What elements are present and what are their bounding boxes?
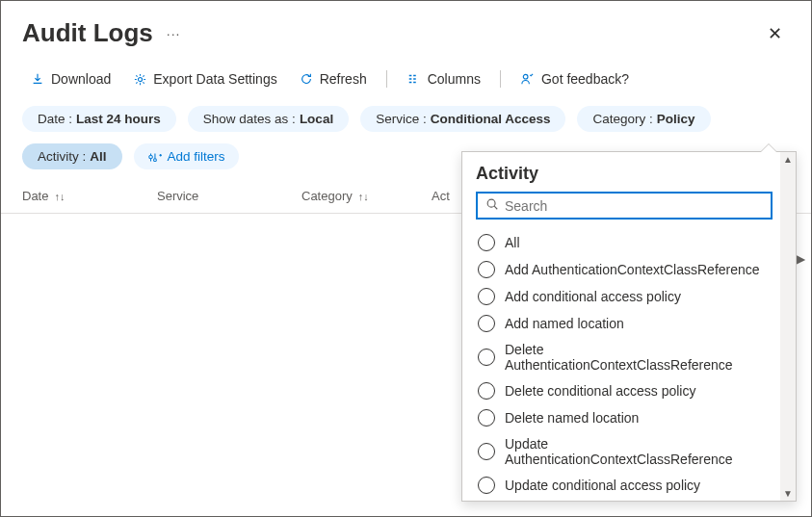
col-date[interactable]: Date ↑↓ [22, 189, 157, 203]
refresh-label: Refresh [320, 71, 367, 87]
page-header: Audit Logs ··· ✕ [1, 1, 811, 52]
add-filter-label: Add filters [168, 149, 225, 164]
command-bar: Download Export Data Settings Refresh Co… [1, 52, 811, 100]
filter-activity-label: Activity : [38, 149, 86, 164]
filter-show-dates-label: Show dates as : [203, 112, 296, 126]
download-icon [30, 71, 45, 87]
filter-category-value: Policy [657, 112, 695, 126]
refresh-button[interactable]: Refresh [291, 67, 375, 90]
filter-activity[interactable]: Activity : All [22, 143, 122, 169]
filter-service-value: Conditional Access [431, 112, 551, 126]
columns-button[interactable]: Columns [399, 67, 488, 90]
sort-icon: ↑↓ [54, 191, 65, 202]
dropdown-title: Activity [476, 164, 773, 184]
option-label: All [505, 235, 520, 250]
radio-icon [478, 315, 495, 332]
radio-icon [478, 409, 495, 427]
radio-icon [478, 234, 495, 251]
export-button[interactable]: Export Data Settings [124, 67, 284, 90]
svg-point-0 [138, 77, 142, 81]
filter-date-label: Date : [38, 112, 72, 126]
option-del-capolicy[interactable]: Delete conditional access policy [476, 377, 769, 404]
columns-label: Columns [428, 71, 481, 87]
option-label: Delete conditional access policy [505, 383, 695, 399]
option-upd-authctx[interactable]: Update AuthenticationContextClassReferen… [476, 431, 769, 472]
more-icon[interactable]: ··· [167, 26, 181, 41]
divider [386, 70, 387, 88]
columns-icon [406, 71, 422, 87]
search-icon [485, 197, 499, 214]
option-label: Update conditional access policy [505, 478, 700, 493]
option-add-namedloc[interactable]: Add named location [476, 310, 769, 337]
col-category[interactable]: Category ↑↓ [301, 189, 432, 203]
activity-dropdown: Activity All Add AuthenticationContextCl… [461, 151, 797, 502]
filter-activity-value: All [90, 149, 106, 164]
option-label: Add named location [505, 316, 624, 331]
option-label: Add AuthenticationContextClassReference [505, 262, 760, 277]
option-label: Delete named location [505, 410, 639, 426]
radio-icon [478, 261, 495, 278]
radio-icon [478, 443, 495, 460]
filter-service-label: Service : [376, 112, 427, 126]
scroll-up-icon[interactable]: ▲ [783, 154, 793, 165]
feedback-label: Got feedback? [541, 71, 629, 87]
download-button[interactable]: Download [22, 67, 118, 90]
download-label: Download [51, 71, 111, 87]
page-title: Audit Logs [22, 18, 153, 48]
outer-scrollbar[interactable]: ▲ ▼ [780, 152, 796, 501]
svg-point-1 [524, 74, 529, 79]
close-icon[interactable]: ✕ [760, 19, 790, 48]
filter-service[interactable]: Service : Conditional Access [360, 106, 565, 132]
feedback-icon [520, 71, 536, 87]
filter-show-dates[interactable]: Show dates as : Local [188, 106, 349, 132]
divider [500, 70, 501, 88]
option-upd-capolicy[interactable]: Update conditional access policy [476, 472, 769, 499]
option-add-authctx[interactable]: Add AuthenticationContextClassReference [476, 256, 769, 283]
filter-date-value: Last 24 hours [76, 112, 161, 126]
add-filter-button[interactable]: Add filters [134, 143, 239, 169]
col-service-label: Service [157, 189, 198, 203]
scroll-down-icon[interactable]: ▼ [783, 488, 793, 499]
filter-plus-icon [147, 150, 162, 164]
option-label: Add conditional access policy [505, 289, 681, 304]
option-del-authctx[interactable]: Delete AuthenticationContextClassReferen… [476, 337, 769, 377]
sort-icon: ↑↓ [358, 191, 369, 202]
filter-category[interactable]: Category : Policy [577, 106, 710, 132]
col-service[interactable]: Service [157, 189, 301, 203]
filter-show-dates-value: Local [300, 112, 333, 126]
col-activity-label: Act [432, 189, 450, 203]
option-label: Update AuthenticationContextClassReferen… [505, 436, 767, 467]
dropdown-caret-icon [761, 144, 776, 152]
search-input[interactable] [505, 198, 763, 214]
svg-point-2 [487, 199, 495, 207]
option-add-capolicy[interactable]: Add conditional access policy [476, 283, 769, 310]
col-date-label: Date [22, 189, 48, 203]
radio-icon [478, 349, 495, 366]
gear-icon [132, 71, 147, 87]
refresh-icon [299, 71, 314, 87]
search-input-wrapper[interactable] [476, 192, 773, 220]
radio-icon [478, 477, 495, 494]
option-list[interactable]: All Add AuthenticationContextClassRefere… [476, 229, 773, 499]
filter-date[interactable]: Date : Last 24 hours [22, 106, 176, 132]
chevron-right-icon[interactable]: ▶ [797, 252, 805, 266]
filter-category-label: Category : [592, 112, 652, 126]
option-del-namedloc[interactable]: Delete named location [476, 404, 769, 431]
export-label: Export Data Settings [153, 71, 276, 87]
option-label: Delete AuthenticationContextClassReferen… [505, 342, 767, 373]
radio-icon [478, 288, 495, 305]
radio-icon [478, 382, 495, 400]
col-category-label: Category [301, 189, 353, 203]
feedback-button[interactable]: Got feedback? [512, 67, 637, 90]
option-all[interactable]: All [476, 229, 769, 256]
